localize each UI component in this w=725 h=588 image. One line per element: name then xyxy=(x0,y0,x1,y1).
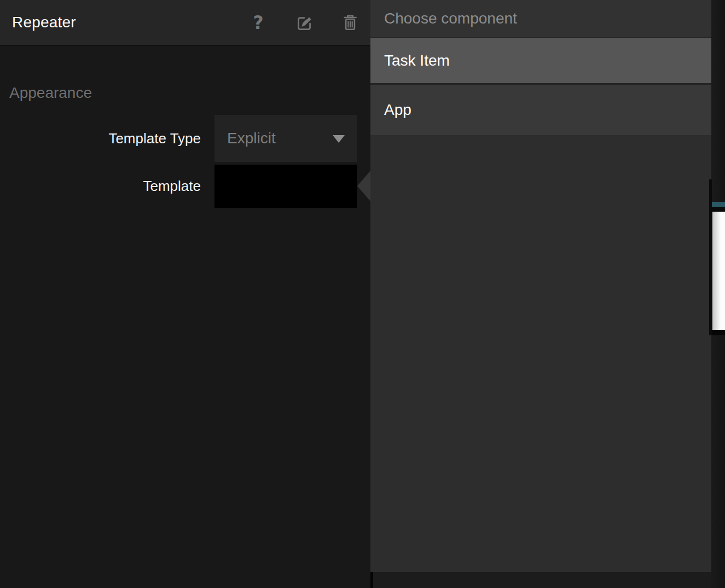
canvas-teal-bar xyxy=(711,202,725,207)
template-swatch[interactable] xyxy=(214,165,357,208)
section-title-appearance: Appearance xyxy=(9,84,92,102)
panel-title: Repeater xyxy=(12,14,76,31)
panel-toolbar: ? xyxy=(248,0,361,45)
canvas-under-flyout xyxy=(373,572,711,588)
flyout-shadow-line xyxy=(709,179,712,335)
app-root: Repeater ? xyxy=(0,0,725,588)
picker-header: Choose component xyxy=(370,0,711,38)
properties-panel: Repeater ? xyxy=(0,0,370,588)
flyout-pointer-arrow xyxy=(357,171,370,201)
picker-option-app[interactable]: App xyxy=(370,85,711,135)
trash-icon[interactable] xyxy=(340,11,361,33)
help-icon[interactable]: ? xyxy=(248,11,269,33)
picker-option-task-item[interactable]: Task Item xyxy=(370,38,711,85)
canvas-page-fragment xyxy=(712,212,725,330)
component-picker-flyout: Choose component Task Item App xyxy=(370,0,711,572)
template-type-label: Template Type xyxy=(0,115,201,162)
edit-icon[interactable] xyxy=(294,11,315,33)
canvas-strip-top xyxy=(711,0,725,202)
template-type-value: Explicit xyxy=(227,130,276,147)
option-label: Task Item xyxy=(384,52,450,69)
template-label: Template xyxy=(0,165,201,208)
panel-header: Repeater ? xyxy=(0,0,370,46)
canvas-page-bottom-edge xyxy=(711,330,725,335)
canvas-dark-gap xyxy=(711,207,725,212)
template-type-dropdown[interactable]: Explicit xyxy=(214,115,357,162)
canvas-edge-line xyxy=(370,572,373,588)
canvas-strip-bottom xyxy=(711,335,725,588)
option-label: App xyxy=(384,101,411,119)
chevron-down-icon xyxy=(333,135,345,143)
